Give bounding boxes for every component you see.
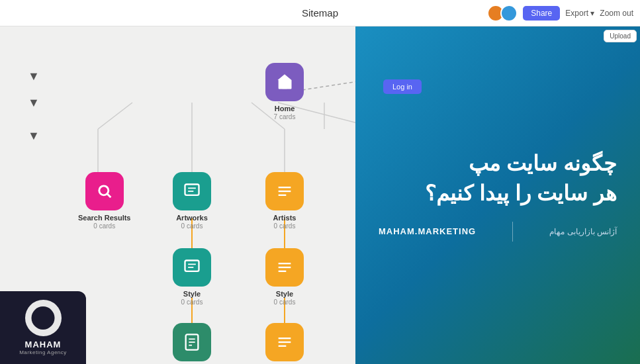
svg-rect-32 — [185, 261, 199, 271]
search-results-label: Search Results — [78, 214, 130, 222]
maham-name: MAHAM — [25, 340, 62, 349]
artists-label: Artists — [273, 214, 297, 222]
node-location[interactable]: Location 0 cards — [265, 323, 304, 364]
overlay-bottom: آژانس بازاریابی مهام MAHAM.MARKETING — [379, 222, 617, 242]
divider — [512, 222, 513, 242]
node-search-results[interactable]: Search Results 0 cards — [78, 172, 130, 230]
share-button[interactable]: Share — [523, 6, 560, 21]
node-style2[interactable]: Style 0 cards — [265, 248, 304, 306]
avatar-2 — [500, 5, 518, 22]
style1-label: Style — [183, 290, 201, 298]
canvas: Upload — [0, 26, 640, 364]
overlay-url: MAHAM.MARKETING — [379, 226, 476, 236]
maham-circle-icon — [25, 300, 62, 336]
svg-rect-19 — [283, 82, 287, 89]
artists-cards: 0 cards — [274, 222, 296, 230]
topbar: Sitemap Share Export ▾ Zoom out — [0, 0, 640, 26]
node-artists[interactable]: Artists 0 cards — [265, 172, 304, 230]
login-button[interactable]: Log in — [383, 79, 422, 94]
overlay-panel: چگونه سایت مپ هر سایت را پیدا کنیم؟ آژان… — [355, 26, 640, 364]
maham-inner — [32, 306, 55, 330]
svg-line-21 — [107, 194, 111, 197]
maham-logo: MAHAM Marketing Agency — [0, 291, 86, 364]
brand-fa-text: آژانس بازاریابی مهام — [549, 227, 617, 236]
avatar-group — [487, 5, 518, 22]
home-label: Home — [275, 105, 295, 113]
location-icon — [265, 323, 304, 361]
style2-cards: 0 cards — [274, 298, 296, 306]
home-icon — [265, 63, 304, 101]
artworks-cards: 0 cards — [181, 222, 203, 230]
node-home[interactable]: Home 7 cards — [265, 63, 304, 120]
artworks-label: Artworks — [176, 214, 208, 222]
node-artworks[interactable]: Artworks 0 cards — [173, 172, 211, 230]
topbar-controls: Share Export ▾ Zoom out — [487, 5, 633, 22]
svg-rect-22 — [185, 185, 199, 195]
style2-icon — [265, 248, 304, 287]
price-list-icon — [173, 323, 211, 361]
export-button[interactable]: Export ▾ — [565, 9, 594, 18]
artworks-icon — [173, 172, 211, 210]
upload-button[interactable]: Upload — [604, 30, 637, 42]
svg-point-20 — [99, 186, 109, 195]
topbar-title: Sitemap — [302, 7, 338, 19]
nav-arrow-up-left[interactable]: ▼ — [28, 69, 40, 83]
artists-icon — [265, 172, 304, 210]
node-price-list[interactable]: Price list 0 words — [173, 323, 211, 364]
style1-cards: 0 cards — [181, 298, 203, 306]
style2-label: Style — [276, 290, 293, 298]
zoomout-button[interactable]: Zoom out — [600, 9, 633, 18]
nav-arrow-left-2[interactable]: ▼ — [28, 129, 40, 143]
search-results-icon — [85, 172, 124, 210]
search-results-cards: 0 cards — [93, 222, 115, 230]
nav-arrow-left-1[interactable]: ▼ — [28, 96, 40, 110]
svg-line-0 — [98, 103, 132, 129]
node-style1[interactable]: Style 0 cards — [173, 248, 211, 306]
home-cards: 7 cards — [274, 113, 296, 120]
maham-sub: Marketing Agency — [19, 349, 67, 355]
overlay-text-line1: چگونه سایت مپ هر سایت را پیدا کنیم؟ — [379, 149, 617, 208]
style1-icon — [173, 248, 211, 287]
